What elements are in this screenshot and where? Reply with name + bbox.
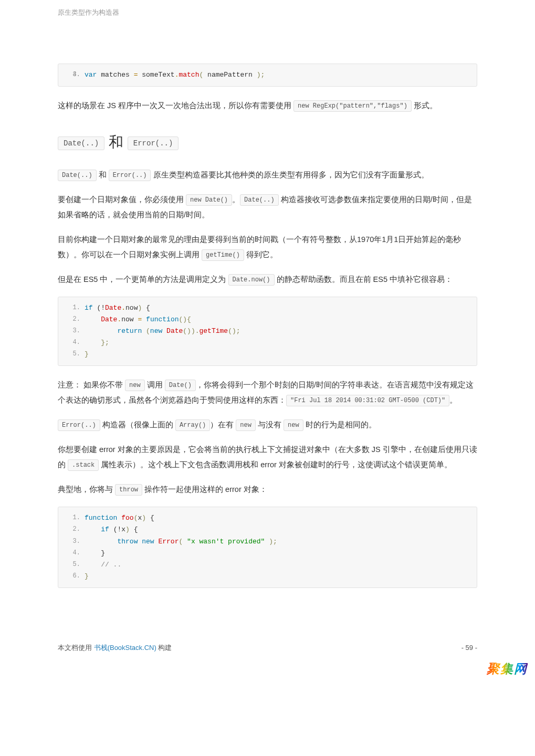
inline-code: .stack xyxy=(68,459,99,471)
code-line: } xyxy=(85,548,471,559)
inline-code: Date(..) xyxy=(58,170,97,181)
inline-code: new Date() xyxy=(186,194,232,206)
code-line: var matches = someText.match( namePatter… xyxy=(85,69,471,81)
inline-code: getTime() xyxy=(202,249,244,261)
code-line: Date.now = function(){ xyxy=(85,314,471,326)
inline-code: Date(..) xyxy=(58,136,104,150)
code-line: } xyxy=(85,571,471,582)
inline-code: Error(..) xyxy=(58,419,100,431)
inline-code: "Fri Jul 18 2014 00:31:02 GMT-0500 (CDT)… xyxy=(286,395,449,406)
main-content: var matches = someText.match( namePatter… xyxy=(0,64,535,588)
paragraph: 这样的场景在 JS 程序中一次又一次地合法出现，所以你有需要使用 new Reg… xyxy=(58,98,477,113)
code-block-2: if (!Date.now) { Date.now = function(){ … xyxy=(58,297,477,366)
code-line: // .. xyxy=(85,559,471,571)
paragraph: 你想要创建 error 对象的主要原因是，它会将当前的执行栈上下文捕捉进对象中（… xyxy=(58,442,477,472)
page-number: - 59 - xyxy=(461,642,477,654)
inline-code: Error(..) xyxy=(128,136,179,150)
inline-code: new xyxy=(284,419,303,431)
page-title: 原生类型作为构造器 xyxy=(0,6,535,18)
inline-code: new xyxy=(125,380,145,391)
code-line: } xyxy=(85,349,471,360)
inline-code: Error(..) xyxy=(109,170,151,181)
code-line: }; xyxy=(85,337,471,349)
code-line: if (!x) { xyxy=(85,524,471,536)
footer: 本文档使用 书栈(BookStack.CN) 构建 - 59 - xyxy=(58,642,477,654)
inline-code: Date.now() xyxy=(228,274,275,286)
paragraph: 但是在 ES5 中，一个更简单的方法是调用定义为 Date.now() 的静态帮… xyxy=(58,272,477,287)
code-line: function foo(x) { xyxy=(85,512,471,524)
inline-code: new RegExp("pattern","flags") xyxy=(293,100,412,112)
code-line: throw new Error( "x wasn't provided" ); xyxy=(85,536,471,548)
code-line: return (new Date()).getTime(); xyxy=(85,326,471,337)
inline-code: Date() xyxy=(165,380,196,391)
footer-link[interactable]: 书栈(BookStack.CN) xyxy=(94,644,156,652)
paragraph: 典型地，你将与 throw 操作符一起使用这样的 error 对象： xyxy=(58,482,477,497)
paragraph: 注意： 如果你不带 new 调用 Date()，你将会得到一个那个时刻的日期/时… xyxy=(58,377,477,408)
code-line: if (!Date.now) { xyxy=(85,302,471,314)
paragraph: 目前你构建一个日期对象的最常见的理由是要得到当前的时间戳（一个有符号整数，从19… xyxy=(58,232,477,262)
code-block-1: var matches = someText.match( namePatter… xyxy=(58,64,477,87)
footer-text: 本文档使用 书栈(BookStack.CN) 构建 xyxy=(58,642,172,654)
inline-code: Date(..) xyxy=(240,194,279,206)
inline-code: Array() xyxy=(175,419,210,431)
paragraph: Error(..) 构造器（很像上面的 Array()）在有 new 与没有 n… xyxy=(58,417,477,433)
paragraph: Date(..) 和 Error(..) 原生类型构造器要比其他种类的原生类型有… xyxy=(58,167,477,183)
code-block-3: function foo(x) { if (!x) { throw new Er… xyxy=(58,507,477,588)
paragraph: 要创建一个日期对象值，你必须使用 new Date()。Date(..) 构造器… xyxy=(58,192,477,223)
inline-code: new xyxy=(236,419,256,431)
section-heading: Date(..) 和 Error(..) xyxy=(58,129,477,155)
inline-code: throw xyxy=(115,484,142,496)
watermark: 聚集网 xyxy=(487,657,528,680)
